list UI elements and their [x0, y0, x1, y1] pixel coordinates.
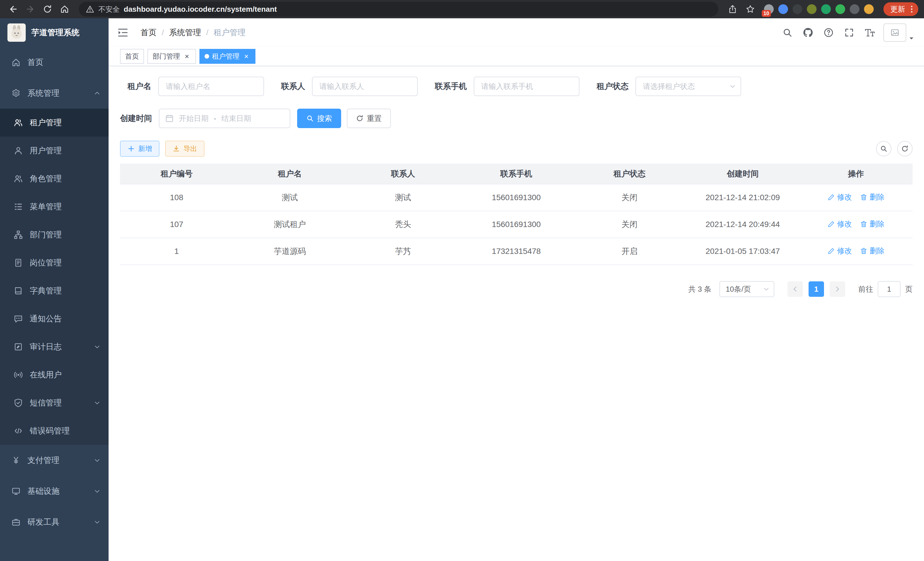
edit-button[interactable]: 修改 [827, 192, 852, 202]
page-size-select[interactable]: 10条/页 [719, 281, 774, 297]
sidebar-item-online-user[interactable]: 在线用户 [0, 361, 109, 389]
url-domain: dashboard.yudao.iocoder.cn [124, 5, 225, 14]
search-toggle-button[interactable] [876, 141, 891, 156]
sidebar-item-pay[interactable]: 支付管理 [0, 445, 109, 476]
search-button[interactable]: 搜索 [297, 109, 341, 128]
extension-icon[interactable] [836, 4, 845, 14]
phone-input[interactable] [474, 77, 579, 96]
sidebar-item-home[interactable]: 首页 [0, 47, 109, 78]
font-size-button[interactable] [863, 26, 877, 39]
sms-icon [14, 398, 23, 408]
tag-view-tab[interactable]: 首页 [120, 49, 144, 64]
tag-view-tab[interactable]: 租户管理× [200, 49, 255, 64]
docs-help-button[interactable] [822, 26, 836, 39]
browser-reload-button[interactable] [40, 2, 55, 17]
security-label: 不安全 [98, 5, 120, 14]
sidebar-item-role[interactable]: 角色管理 [0, 165, 109, 193]
date-range-picker[interactable]: 开始日期 - 结束日期 [159, 109, 290, 128]
page-unit-label: 页 [905, 284, 913, 294]
prev-page-button[interactable] [788, 281, 803, 297]
sidebar-item-dept[interactable]: 部门管理 [0, 221, 109, 249]
sidebar-item-error-code[interactable]: 错误码管理 [0, 417, 109, 445]
sidebar-item-infra[interactable]: 基础设施 [0, 476, 109, 507]
cell-id: 108 [120, 184, 233, 211]
edit-button[interactable]: 修改 [827, 246, 852, 256]
extension-icon[interactable]: 10 [764, 4, 774, 14]
sidebar-collapse-button[interactable] [116, 25, 130, 40]
cell-created: 2021-01-05 17:03:47 [686, 238, 799, 265]
browser-forward-button[interactable] [23, 2, 38, 17]
delete-button-label: 删除 [870, 246, 885, 256]
sidebar-item-system[interactable]: 系统管理 [0, 78, 109, 109]
filter-create-time: 创建时间 开始日期 - 结束日期 [120, 109, 290, 128]
infra-icon [11, 487, 21, 496]
bookmark-star-button[interactable] [744, 3, 757, 15]
navbar-actions [781, 23, 915, 42]
home-icon [11, 58, 21, 67]
sidebar-item-audit-log[interactable]: 审计日志 [0, 333, 109, 361]
tenant-name-input[interactable] [158, 77, 264, 96]
extension-icon[interactable] [807, 4, 817, 14]
close-icon[interactable]: × [183, 52, 191, 60]
cell-status: 关闭 [573, 184, 686, 211]
close-icon[interactable]: × [242, 52, 250, 60]
edit-button[interactable]: 修改 [827, 219, 852, 229]
browser-back-button[interactable] [6, 2, 21, 17]
table-toolbar: 新增 导出 [120, 141, 913, 157]
cell-status: 关闭 [573, 211, 686, 238]
column-header: 创建时间 [686, 164, 799, 184]
extension-icon[interactable] [850, 4, 860, 14]
browser-home-button[interactable] [57, 2, 72, 17]
extension-icon[interactable] [793, 4, 802, 14]
plus-icon [128, 145, 135, 152]
chrome-update-button[interactable]: 更新 [884, 2, 918, 16]
status-select-input[interactable] [635, 77, 741, 96]
header-search-button[interactable] [781, 26, 794, 39]
fullscreen-button[interactable] [842, 26, 856, 39]
delete-button[interactable]: 删除 [860, 219, 885, 229]
column-header: 租户编号 [120, 164, 233, 184]
status-select[interactable] [635, 77, 741, 96]
audit-log-icon [14, 342, 23, 351]
share-button[interactable] [726, 3, 739, 15]
filter-form-row-1: 租户名 联系人 联系手机 租户状态 [120, 77, 913, 96]
sidebar-item-dev-tool[interactable]: 研发工具 [0, 507, 109, 538]
refresh-button[interactable] [897, 141, 913, 156]
online-user-icon [14, 370, 23, 379]
add-button[interactable]: 新增 [120, 141, 159, 157]
column-header: 租户名 [233, 164, 346, 184]
notice-icon [14, 314, 23, 323]
tag-view-tab[interactable]: 部门管理× [147, 49, 196, 64]
page-number-1[interactable]: 1 [808, 281, 824, 297]
breadcrumb-item[interactable]: 首页 [141, 27, 157, 38]
edit-button-label: 修改 [837, 192, 852, 202]
contact-input[interactable] [312, 77, 418, 96]
sidebar-item-post[interactable]: 岗位管理 [0, 249, 109, 277]
github-link[interactable] [801, 26, 815, 39]
next-page-button[interactable] [830, 281, 845, 297]
reset-button[interactable]: 重置 [347, 109, 391, 128]
sidebar-item-label: 租户管理 [30, 117, 62, 128]
breadcrumb-item[interactable]: 系统管理 [169, 27, 201, 38]
error-code-icon [14, 426, 23, 435]
sidebar-item-tenant[interactable]: 租户管理 [0, 109, 109, 137]
delete-button[interactable]: 删除 [860, 192, 885, 202]
extension-icon[interactable] [821, 4, 831, 14]
extension-icon[interactable] [864, 4, 874, 14]
export-button[interactable]: 导出 [165, 141, 205, 157]
sidebar-item-notice[interactable]: 通知公告 [0, 305, 109, 333]
sidebar-item-dict[interactable]: 字典管理 [0, 277, 109, 305]
download-icon [172, 145, 180, 152]
sidebar-item-menu[interactable]: 菜单管理 [0, 193, 109, 221]
sidebar-item-user[interactable]: 用户管理 [0, 137, 109, 165]
delete-button[interactable]: 删除 [860, 246, 885, 256]
column-header: 租户状态 [573, 164, 686, 184]
goto-page-input[interactable] [878, 281, 901, 297]
cell-actions: 修改删除 [800, 238, 913, 265]
extension-icon[interactable] [778, 4, 788, 14]
address-bar[interactable]: 不安全 dashboard.yudao.iocoder.cn/system/te… [79, 2, 718, 17]
sidebar-item-label: 支付管理 [27, 455, 59, 466]
chevron-down-icon [763, 286, 770, 293]
user-avatar-menu[interactable] [884, 23, 915, 42]
sidebar-item-sms[interactable]: 短信管理 [0, 389, 109, 417]
